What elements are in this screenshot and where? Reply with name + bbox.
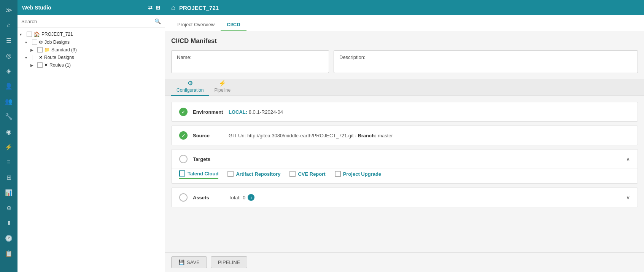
source-section: ✓ Source GIT Uri: http://gitea:3080/midd… <box>171 126 638 145</box>
bar-chart-nav-icon[interactable]: 📊 <box>2 186 16 199</box>
sidebar-title: Web Studio <box>22 5 51 11</box>
tag-nav-icon[interactable]: ◈ <box>2 64 16 78</box>
target-project-upgrade[interactable]: Project Upgrade <box>335 171 381 178</box>
source-row: ✓ Source GIT Uri: http://gitea:3080/midd… <box>172 126 638 145</box>
save-label: SAVE <box>187 259 200 265</box>
file-nav-icon[interactable]: ☰ <box>2 33 16 47</box>
assets-left: Assets Total: 0 i <box>179 193 254 202</box>
target-checkbox-artifact-repo[interactable] <box>227 171 234 177</box>
target-label-talend-cloud: Talend Cloud <box>188 171 218 177</box>
tree-checkbox-routes[interactable] <box>37 62 43 68</box>
tree-label-route-designs: Route Designs <box>44 55 74 60</box>
targets-chevron-icon[interactable]: ∧ <box>626 156 630 162</box>
tree-checkbox-route-designs[interactable] <box>32 55 37 60</box>
targets-header-left: Targets <box>179 155 223 163</box>
search-bar: 🔍 <box>17 15 165 28</box>
source-branch-label: Branch: <box>358 133 376 138</box>
tree-checkbox-standard[interactable] <box>37 47 43 52</box>
assets-row: Assets Total: 0 i ∨ <box>172 188 638 207</box>
clipboard-nav-icon[interactable]: 📋 <box>2 247 16 260</box>
sub-tab-configuration[interactable]: ⚙ Configuration <box>171 77 209 96</box>
tree-arrow-route-designs[interactable]: ▾ <box>25 56 30 60</box>
tree-label-standard: Standard (3) <box>51 47 77 52</box>
pipeline-btn-label: PIPELINE <box>218 259 240 265</box>
target-label-artifact-repo: Artifact Repository <box>236 171 280 177</box>
tree-item-routes[interactable]: ▶ ✕ Routes (1) <box>17 61 165 69</box>
tree-icon-routes: ✕ <box>44 62 48 68</box>
target-label-project-upgrade: Project Upgrade <box>343 171 381 177</box>
grid-nav-icon[interactable]: ⊞ <box>2 170 16 184</box>
assets-status-icon <box>179 193 188 202</box>
upload-nav-icon[interactable]: ⬆ <box>2 216 16 230</box>
globe2-nav-icon[interactable]: ⊕ <box>2 201 16 215</box>
target-talend-cloud[interactable]: Talend Cloud <box>179 170 218 179</box>
tree-icon-root: 🏠 <box>33 31 40 37</box>
lightning-nav-icon[interactable]: ⚡ <box>2 140 16 154</box>
tree-item-job-designs[interactable]: ▾ ⚙ Job Designs <box>17 38 165 46</box>
tree-arrow-root[interactable]: ▾ <box>20 32 25 37</box>
tree: ▾ 🏠 PROJECT_721 ▾ ⚙ Job Designs ▶ 📁 Stan… <box>17 28 165 272</box>
tab-cicd[interactable]: CI/CD <box>221 18 246 31</box>
assets-total-label: Total: <box>229 195 240 200</box>
sub-tab-pipeline[interactable]: ⚡ Pipeline <box>209 77 236 96</box>
tree-label-root: PROJECT_721 <box>41 32 73 37</box>
main-home-icon: ⌂ <box>171 4 175 12</box>
target-checkbox-project-upgrade[interactable] <box>335 171 341 177</box>
tree-checkbox-job-designs[interactable] <box>32 40 37 45</box>
icon-rail: ≫ ⌂ ☰ ◎ ◈ 👤 👥 🔧 ◉ ⚡ ≡ ⊞ 📊 ⊕ ⬆ 🕐 📋 <box>0 0 17 272</box>
search-input[interactable] <box>21 19 152 24</box>
environment-row: ✓ Environment LOCAL: 8.0.1-R2024-04 <box>172 102 638 121</box>
source-git-uri: http://gitea:3080/middle-earth/PROJECT_7… <box>247 133 354 138</box>
tab-project-overview[interactable]: Project Overview <box>171 18 221 31</box>
clock-nav-icon[interactable]: 🕐 <box>2 231 16 245</box>
tree-item-root[interactable]: ▾ 🏠 PROJECT_721 <box>17 30 165 38</box>
source-branch-value: master <box>378 133 393 138</box>
tree-arrow-job-designs[interactable]: ▾ <box>25 40 30 45</box>
assets-total-value: 0 <box>243 195 245 200</box>
sub-tab-config-label: Configuration <box>177 87 204 93</box>
target-checkbox-talend-cloud[interactable] <box>179 170 185 177</box>
desc-field[interactable]: Description: <box>334 50 638 73</box>
assets-label: Assets <box>193 195 223 200</box>
pipeline-button[interactable]: PIPELINE <box>211 256 248 268</box>
pipeline-icon: ⚡ <box>219 80 226 87</box>
sidebar-expand-icon[interactable]: ⇄ <box>148 5 153 11</box>
sidebar-pin-icon[interactable]: ⊞ <box>156 5 160 11</box>
tree-label-routes: Routes (1) <box>49 62 71 68</box>
collapse-sidebar-icon[interactable]: ≫ <box>2 3 16 17</box>
sub-tabs-row: ⚙ Configuration ⚡ Pipeline <box>165 79 644 96</box>
badge-nav-icon[interactable]: ◉ <box>2 125 16 138</box>
name-label: Name: <box>177 54 191 60</box>
tools-nav-icon[interactable]: 🔧 <box>2 110 16 123</box>
tree-item-standard[interactable]: ▶ 📁 Standard (3) <box>17 46 165 54</box>
tree-arrow-routes[interactable]: ▶ <box>30 63 36 67</box>
tree-icon-route-designs: ✕ <box>39 55 43 60</box>
environment-value: LOCAL: 8.0.1-R2024-04 <box>229 109 283 115</box>
assets-total: Total: 0 i <box>229 194 254 201</box>
source-value: GIT Uri: http://gitea:3080/middle-earth/… <box>229 133 393 138</box>
target-checkbox-cve-report[interactable] <box>289 171 296 177</box>
tree-checkbox-root[interactable] <box>27 32 32 37</box>
config-icon: ⚙ <box>188 80 193 87</box>
chart-nav-icon[interactable]: ≡ <box>2 155 16 169</box>
home-nav-icon[interactable]: ⌂ <box>2 18 16 32</box>
target-label-cve-report: CVE Report <box>298 171 325 177</box>
assets-info-badge[interactable]: i <box>248 194 254 201</box>
main-content: CI/CD Manifest Name: Description: ⚙ Conf… <box>165 31 644 252</box>
tree-arrow-standard[interactable]: ▶ <box>30 48 36 52</box>
name-field[interactable]: Name: <box>171 50 329 73</box>
target-artifact-repository[interactable]: Artifact Repository <box>227 171 280 178</box>
environment-section: ✓ Environment LOCAL: 8.0.1-R2024-04 <box>171 102 638 122</box>
environment-highlight: LOCAL: <box>229 109 249 115</box>
target-cve-report[interactable]: CVE Report <box>289 171 325 178</box>
targets-section: Targets ∧ Talend Cloud Artifact Reposito… <box>171 149 638 184</box>
tree-item-route-designs[interactable]: ▾ ✕ Route Designs <box>17 54 165 61</box>
globe-nav-icon[interactable]: ◎ <box>2 49 16 62</box>
person-nav-icon[interactable]: 👤 <box>2 79 16 93</box>
source-git-label: GIT Uri: <box>229 133 246 138</box>
environment-label: Environment <box>193 109 223 115</box>
save-button[interactable]: 💾 SAVE <box>171 256 207 268</box>
group-nav-icon[interactable]: 👥 <box>2 94 16 108</box>
assets-chevron-icon[interactable]: ∨ <box>626 194 630 200</box>
sub-tab-pipeline-label: Pipeline <box>214 87 231 93</box>
